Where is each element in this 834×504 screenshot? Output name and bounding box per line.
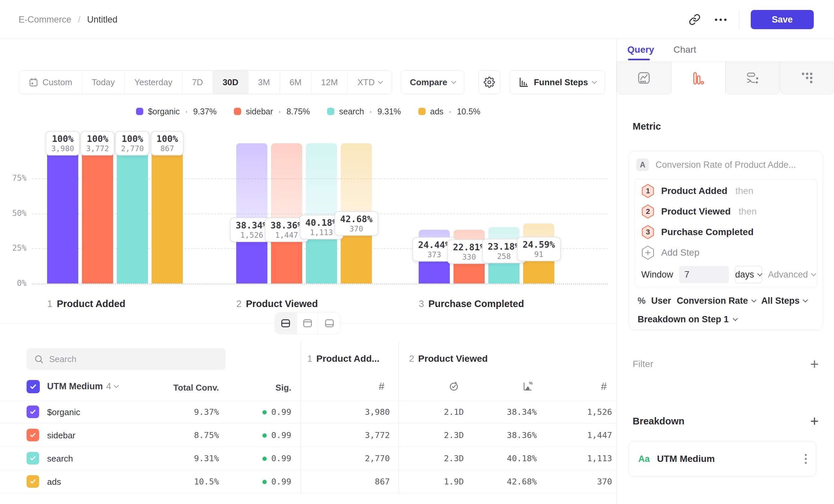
- table-row[interactable]: $organic9.37%0.993,9802.1D38.34%1,526: [0, 400, 616, 424]
- step2-count: 1,447: [547, 424, 612, 447]
- save-button[interactable]: Save: [751, 10, 814, 29]
- window-value-input[interactable]: [679, 266, 729, 283]
- metric-type-select[interactable]: Conversion Rate: [677, 296, 756, 306]
- range-30d[interactable]: 30D: [213, 71, 248, 94]
- row-checkbox[interactable]: [26, 406, 39, 418]
- range-xtd[interactable]: XTD: [347, 71, 392, 94]
- tab-query[interactable]: Query: [627, 44, 654, 60]
- legend-item[interactable]: sidebar·8.75%: [234, 107, 310, 116]
- report-title[interactable]: Untitled: [87, 15, 118, 25]
- select-all-checkbox[interactable]: [26, 380, 40, 393]
- more-options-button[interactable]: [713, 12, 728, 27]
- funnel-bar[interactable]: [152, 143, 183, 283]
- compare-button[interactable]: Compare: [401, 70, 464, 94]
- funnel-bar[interactable]: [117, 143, 148, 283]
- range-7d[interactable]: 7D: [182, 71, 213, 94]
- entity-select[interactable]: User: [651, 296, 671, 306]
- copy-link-button[interactable]: [687, 12, 702, 27]
- legend-label: search: [339, 107, 364, 116]
- breakdown-section: Breakdown +: [633, 414, 819, 428]
- funnel-step-row[interactable]: 3Purchase Completed: [635, 222, 817, 243]
- step-event-name: Product Added: [661, 186, 727, 196]
- step-event-name: Product Viewed: [661, 206, 731, 217]
- funnel-step-label: 2Product Viewed: [236, 298, 318, 310]
- step1-count: 2,770: [317, 447, 390, 470]
- add-step-button[interactable]: Add Step: [635, 243, 817, 263]
- chevron-down-icon: [758, 271, 763, 276]
- view-split-button[interactable]: [275, 313, 297, 334]
- table-row[interactable]: ads10.5%0.998671.9D42.68%370: [0, 470, 616, 494]
- table-row[interactable]: search9.31%0.992,7702.3D40.18%1,113: [0, 447, 616, 470]
- row-checkbox[interactable]: [26, 475, 39, 488]
- scope-select[interactable]: All Steps: [761, 296, 808, 306]
- breakdown-column-header[interactable]: UTM Medium 4: [47, 381, 118, 392]
- step2-count: 1,113: [547, 447, 612, 470]
- range-yesterday[interactable]: Yesterday: [125, 71, 182, 94]
- chevron-down-icon: [592, 78, 597, 84]
- sig-header[interactable]: Sig.: [229, 383, 291, 393]
- significance-value: 0.99: [229, 470, 291, 494]
- conversion-window-row: Window days Advanced: [635, 263, 817, 286]
- window-unit-select[interactable]: days: [735, 266, 762, 283]
- metric-title-row[interactable]: A Conversion Rate of Product Adde...: [636, 159, 796, 171]
- conversion-metric-icon[interactable]: %: [520, 381, 535, 392]
- funnel-step-row[interactable]: 2Product Viewedthen: [635, 201, 817, 222]
- report-type-flows[interactable]: [726, 61, 780, 94]
- add-breakdown-button[interactable]: +: [810, 414, 819, 428]
- step-number-hexagon: 2: [641, 204, 655, 219]
- step2-count: 1,526: [547, 400, 612, 424]
- search-icon: [34, 354, 44, 364]
- count-metric-icon[interactable]: #: [596, 381, 611, 393]
- view-table-only-button[interactable]: [318, 313, 340, 334]
- search-input[interactable]: [49, 354, 208, 364]
- funnel-bar[interactable]: [47, 143, 78, 283]
- legend-value: 10.5%: [457, 107, 480, 116]
- filter-heading: Filter: [633, 359, 653, 369]
- legend-separator: ·: [278, 107, 281, 116]
- funnel-bar[interactable]: [82, 143, 113, 283]
- count-metric-icon[interactable]: #: [374, 381, 389, 393]
- legend-label: $organic: [148, 107, 180, 116]
- breakdown-property-card[interactable]: Aa UTM Medium: [629, 441, 816, 477]
- report-type-insights[interactable]: [617, 61, 671, 94]
- avg-time-metric-icon[interactable]: [446, 381, 461, 392]
- funnel-step-row[interactable]: 1Product Addedthen: [635, 181, 817, 201]
- step-then-label: then: [739, 206, 757, 217]
- chart-settings-button[interactable]: [478, 70, 500, 94]
- ellipsis-icon: [715, 19, 726, 21]
- total-conv-value: 10.5%: [146, 470, 219, 494]
- table-row[interactable]: sidebar8.75%0.993,7722.3D38.36%1,447: [0, 424, 616, 447]
- legend-item[interactable]: $organic·9.37%: [136, 107, 217, 116]
- advanced-toggle[interactable]: Advanced: [768, 270, 815, 280]
- report-type-funnels[interactable]: [671, 61, 726, 94]
- view-chart-only-button[interactable]: [297, 313, 319, 334]
- step2-conversion: 40.18%: [491, 447, 553, 470]
- kebab-menu-icon[interactable]: [805, 454, 807, 464]
- range-today[interactable]: Today: [82, 71, 125, 94]
- total-conv-header[interactable]: Total Conv.: [146, 383, 219, 393]
- row-checkbox[interactable]: [26, 429, 39, 441]
- link-icon: [689, 14, 701, 25]
- chart-type-button[interactable]: Funnel Steps: [509, 70, 605, 94]
- legend-item[interactable]: search·9.31%: [327, 107, 401, 116]
- row-checkbox[interactable]: [26, 452, 39, 464]
- range-12m[interactable]: 12M: [311, 71, 348, 94]
- breakdown-on-step-select[interactable]: Breakdown on Step 1: [638, 314, 737, 325]
- range-6m[interactable]: 6M: [280, 71, 311, 94]
- insights-icon: [637, 71, 651, 85]
- add-filter-button[interactable]: +: [810, 357, 819, 371]
- legend-item[interactable]: ads·10.5%: [418, 107, 481, 116]
- range-3m[interactable]: 3M: [248, 71, 280, 94]
- segment-name: search: [47, 447, 73, 470]
- chevron-down-icon: [451, 78, 457, 84]
- funnel-chart: 75%50%25%0%100%3,98038.34%1,52624.44%373…: [0, 122, 616, 324]
- table-step2-header[interactable]: 2Product Viewed: [409, 353, 488, 364]
- chart-legend: $organic·9.37%sidebar·8.75%search·9.31%a…: [0, 104, 616, 119]
- legend-swatch: [327, 108, 334, 115]
- report-type-retention[interactable]: [780, 61, 834, 94]
- range-custom[interactable]: Custom: [19, 71, 82, 94]
- breadcrumb-board[interactable]: E-Commerce: [19, 15, 71, 25]
- legend-separator: ·: [369, 107, 372, 116]
- table-step1-header[interactable]: 1Product Add...: [307, 353, 379, 364]
- tab-chart[interactable]: Chart: [674, 44, 696, 60]
